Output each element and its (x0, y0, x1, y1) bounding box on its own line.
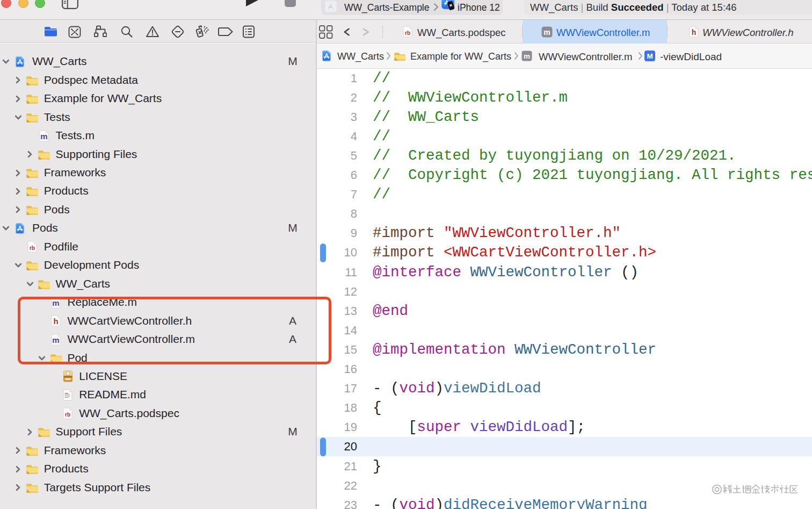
svg-text:M: M (647, 52, 653, 60)
svg-text:m: m (40, 131, 47, 140)
svg-text:rb: rb (30, 245, 35, 251)
svg-text:rb: rb (405, 30, 410, 36)
svg-text:m: m (524, 52, 530, 60)
svg-text:rb: rb (65, 412, 70, 418)
svg-text:h: h (692, 28, 697, 37)
svg-text:m: m (543, 28, 550, 37)
